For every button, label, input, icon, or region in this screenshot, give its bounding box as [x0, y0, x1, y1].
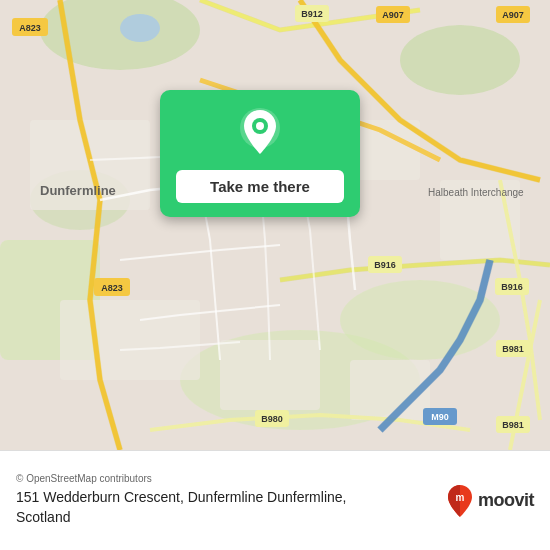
svg-text:B916: B916 — [374, 260, 396, 270]
location-info: © OpenStreetMap contributors 151 Wedderb… — [16, 473, 396, 527]
svg-text:B912: B912 — [301, 9, 323, 19]
svg-text:M90: M90 — [431, 412, 449, 422]
moovit-logo: m moovit — [446, 484, 534, 518]
svg-text:B981: B981 — [502, 344, 524, 354]
moovit-brand-text: moovit — [478, 490, 534, 511]
svg-point-2 — [400, 25, 520, 95]
svg-text:B916: B916 — [501, 282, 523, 292]
svg-rect-9 — [60, 300, 200, 380]
location-address: 151 Wedderburn Crescent, Dunfermline Dun… — [16, 488, 396, 527]
svg-point-7 — [120, 14, 160, 42]
svg-text:A907: A907 — [502, 10, 524, 20]
svg-text:A823: A823 — [19, 23, 41, 33]
svg-text:Halbeath Interchange: Halbeath Interchange — [428, 187, 524, 198]
svg-point-6 — [340, 280, 500, 360]
svg-text:B980: B980 — [261, 414, 283, 424]
take-me-there-overlay: Take me there — [160, 90, 360, 217]
take-me-there-button[interactable]: Take me there — [176, 170, 344, 203]
map-svg: A823 B912 A907 A907 A823 B916 B916 B980 … — [0, 0, 550, 450]
location-pin-icon — [238, 108, 282, 160]
bottom-bar: © OpenStreetMap contributors 151 Wedderb… — [0, 450, 550, 550]
svg-text:m: m — [456, 492, 465, 503]
svg-text:Dunfermline: Dunfermline — [40, 183, 116, 198]
svg-text:A823: A823 — [101, 283, 123, 293]
svg-text:A907: A907 — [382, 10, 404, 20]
osm-attribution: © OpenStreetMap contributors — [16, 473, 396, 484]
svg-point-40 — [256, 122, 264, 130]
moovit-pin-icon: m — [446, 484, 474, 518]
map-container: A823 B912 A907 A907 A823 B916 B916 B980 … — [0, 0, 550, 450]
svg-text:B981: B981 — [502, 420, 524, 430]
